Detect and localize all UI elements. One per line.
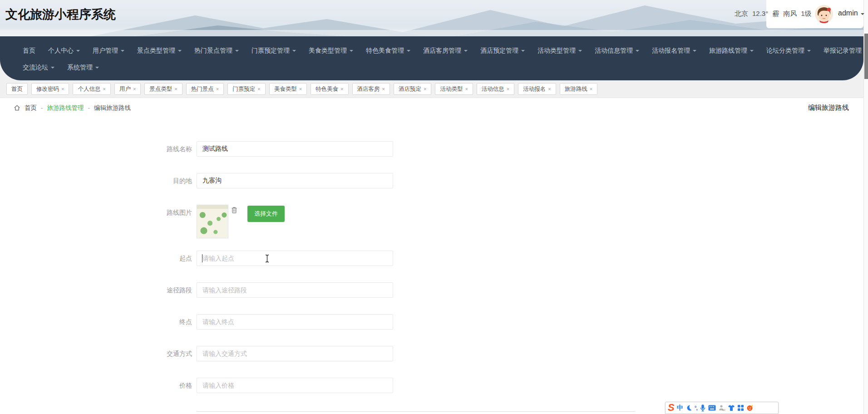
tab-chip[interactable]: 活动报名 × <box>518 83 556 95</box>
tab-close-icon[interactable]: × <box>590 86 592 92</box>
nav-item[interactable]: 论坛分类管理 <box>766 47 811 55</box>
nav-item[interactable]: 举报记录管理 <box>824 47 863 55</box>
tab-chip[interactable]: 门票预定 × <box>227 83 265 95</box>
weather-condition: 霾 <box>772 10 779 18</box>
chevron-down-icon <box>76 50 80 54</box>
tab-close-icon[interactable]: × <box>548 86 551 92</box>
nav-item[interactable]: 用户管理 <box>93 47 124 55</box>
delete-image-icon[interactable] <box>231 206 238 216</box>
sogou-logo-icon[interactable]: S <box>668 403 675 413</box>
nav-item[interactable]: 景点类型管理 <box>137 47 182 55</box>
tab-chip[interactable]: 用户 × <box>114 83 141 95</box>
tab-close-icon[interactable]: × <box>424 86 426 92</box>
tab-chip-label: 景点类型 <box>149 85 172 93</box>
tab-close-icon[interactable]: × <box>507 86 509 92</box>
text-input[interactable] <box>197 251 393 266</box>
emoji-input-icon[interactable] <box>746 404 753 411</box>
tab-chip[interactable]: 美食类型 × <box>269 83 307 95</box>
tab-close-icon[interactable]: × <box>465 86 468 92</box>
mouse-cursor-ibeam <box>265 254 270 265</box>
text-input[interactable] <box>197 173 393 188</box>
punctuation-mode-icon[interactable]: °, <box>695 405 697 411</box>
breadcrumb-bar: 首页 - 旅游路线管理 - 编辑旅游路线 编辑旅游路线 <box>0 98 863 117</box>
tab-chip[interactable]: 修改密码 × <box>31 83 69 95</box>
nav-item[interactable]: 酒店预定管理 <box>480 47 525 55</box>
nav-item[interactable]: 活动类型管理 <box>538 47 582 55</box>
tab-chip[interactable]: 首页 <box>6 83 28 95</box>
microphone-icon[interactable] <box>700 404 706 412</box>
field-input-wrap <box>197 251 393 266</box>
clothes-skin-icon[interactable] <box>728 404 735 411</box>
field-label: 价格 <box>138 378 192 393</box>
page-title: 编辑旅游路线 <box>808 104 849 112</box>
tab-chip[interactable]: 个人信息 × <box>73 83 110 95</box>
breadcrumb-home[interactable]: 首页 <box>25 104 37 112</box>
tab-chip-label: 修改密码 <box>36 85 59 93</box>
nav-item[interactable]: 美食类型管理 <box>309 47 353 55</box>
open-tab-bar: 首页 修改密码 × 个人信息 × 用户 × 景点类型 × <box>6 83 597 95</box>
tab-chip[interactable]: 热门景点 × <box>186 83 224 95</box>
avatar[interactable] <box>815 5 833 23</box>
nav-item[interactable]: 个人中心 <box>48 47 80 55</box>
text-input[interactable] <box>197 346 393 361</box>
user-dropdown-caret-icon[interactable] <box>861 13 864 17</box>
username[interactable]: admin <box>838 9 858 17</box>
tab-chip[interactable]: 酒店预定 × <box>394 83 431 95</box>
nav-item[interactable]: 交流论坛 <box>23 64 54 72</box>
nav-item[interactable]: 特色美食管理 <box>366 47 410 55</box>
tab-chip[interactable]: 活动信息 × <box>477 83 514 95</box>
chinese-mode-icon[interactable]: 中 <box>677 404 683 412</box>
nav-item[interactable]: 酒店客房管理 <box>423 47 468 55</box>
field-input-wrap <box>197 141 393 157</box>
tab-close-icon[interactable]: × <box>340 86 343 92</box>
nav-item[interactable]: 门票预定管理 <box>252 47 296 55</box>
chevron-down-icon <box>464 50 468 54</box>
breadcrumb: 首页 - 旅游路线管理 - 编辑旅游路线 <box>14 98 131 118</box>
tab-chip[interactable]: 活动类型 × <box>435 83 473 95</box>
text-input[interactable] <box>197 378 393 393</box>
chevron-down-icon <box>636 50 639 54</box>
weather-temp: 12.3° <box>752 10 768 18</box>
breadcrumb-section[interactable]: 旅游路线管理 <box>47 104 84 112</box>
route-image-thumbnail[interactable] <box>197 205 228 238</box>
tab-chip[interactable]: 特色美食 × <box>311 83 348 95</box>
nav-item[interactable]: 首页 <box>23 47 35 55</box>
tab-chip[interactable]: 旅游路线 × <box>560 83 597 95</box>
tab-chip[interactable]: 景点类型 × <box>144 83 182 95</box>
text-input[interactable] <box>197 314 393 330</box>
skin-manager-icon[interactable]: 10 <box>718 404 725 411</box>
tab-close-icon[interactable]: × <box>216 86 219 92</box>
main-content: 路线名称 目的地 路线图片 <box>0 117 863 414</box>
tab-close-icon[interactable]: × <box>382 86 385 92</box>
tab-close-icon[interactable]: × <box>133 86 136 92</box>
weather-city: 北京 <box>735 10 748 18</box>
tab-close-icon[interactable]: × <box>299 86 302 92</box>
text-input[interactable] <box>197 141 393 157</box>
page-scrollbar[interactable] <box>863 0 868 414</box>
nav-item-label: 热门景点管理 <box>194 47 232 55</box>
toolbox-grid-icon[interactable] <box>737 404 744 411</box>
tab-close-icon[interactable]: × <box>61 86 64 92</box>
nav-item[interactable]: 旅游路线管理 <box>709 47 754 55</box>
keyboard-icon[interactable] <box>708 405 716 411</box>
moon-mode-icon[interactable] <box>686 404 692 411</box>
nav-item[interactable]: 系统管理 <box>67 64 99 72</box>
field-label: 路线名称 <box>138 141 192 157</box>
home-icon[interactable] <box>14 104 20 111</box>
nav-item[interactable]: 活动信息管理 <box>595 47 639 55</box>
nav-item-label: 旅游路线管理 <box>709 47 747 55</box>
tab-chip[interactable]: 酒店客房 × <box>352 83 390 95</box>
nav-item-label: 景点类型管理 <box>137 47 175 55</box>
text-input[interactable] <box>197 282 393 298</box>
choose-file-button[interactable]: 选择文件 <box>247 206 285 222</box>
mountain-banner-image <box>0 0 868 36</box>
nav-item[interactable]: 热门景点管理 <box>194 47 239 55</box>
nav-item-label: 活动类型管理 <box>538 47 576 55</box>
tab-close-icon[interactable]: × <box>257 86 260 92</box>
tab-close-icon[interactable]: × <box>174 86 177 92</box>
nav-item[interactable]: 活动报名管理 <box>652 47 696 55</box>
nav-row-1: 首页 个人中心 用户管理 景点类型管理 <box>23 42 863 59</box>
scrollbar-thumb[interactable] <box>864 34 868 79</box>
field-input-wrap <box>197 173 393 188</box>
tab-close-icon[interactable]: × <box>103 86 105 92</box>
